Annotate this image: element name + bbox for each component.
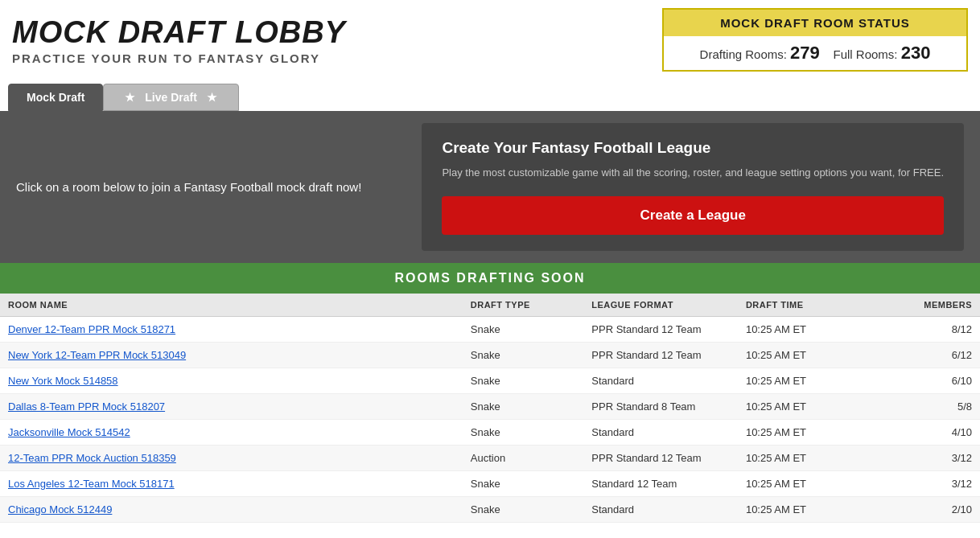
full-rooms-count: 230 [901,43,931,63]
table-row: New York Mock 514858 Snake Standard 10:2… [0,368,980,393]
league-format-cell: Standard [583,419,738,445]
draft-time-cell: 10:25 AM ET [738,368,892,393]
right-panel-description: Play the most customizable game with all… [442,165,944,182]
room-name-cell: Dallas 8-Team PPR Mock 518207 [0,393,463,419]
draft-type-cell: Snake [463,393,584,419]
col-header-members: MEMBERS [892,294,981,317]
table-row: Dallas 8-Team PPR Mock 518207 Snake PPR … [0,393,980,419]
join-room-text: Click on a room below to join a Fantasy … [16,180,361,194]
room-name-cell: Chicago Mock 512449 [0,496,463,522]
full-rooms-label: Full Rooms: [834,47,898,61]
status-title: MOCK DRAFT ROOM STATUS [664,10,966,36]
draft-type-cell: Snake [463,470,584,496]
col-header-room-name: ROOM NAME [0,294,463,317]
league-format-cell: PPR Standard 12 Team [583,445,738,470]
tab-live-draft-star-right: ★ [207,91,217,104]
room-name-cell: New York 12-Team PPR Mock 513049 [0,342,463,368]
room-name-cell: Los Angeles 12-Team Mock 518171 [0,470,463,496]
tab-live-draft[interactable]: ★ Live Draft ★ [103,84,238,111]
members-cell: 2/10 [892,496,981,522]
table-header-row: ROOM NAME DRAFT TYPE LEAGUE FORMAT DRAFT… [0,294,980,317]
tab-mock-draft-label: Mock Draft [27,91,84,104]
members-cell: 4/10 [892,419,981,445]
room-name-cell: Jacksonville Mock 514542 [0,419,463,445]
col-header-draft-type: DRAFT TYPE [463,294,584,317]
members-cell: 5/8 [892,393,981,419]
tab-bar: Mock Draft ★ Live Draft ★ [0,84,980,111]
rooms-table: ROOM NAME DRAFT TYPE LEAGUE FORMAT DRAFT… [0,294,980,523]
members-cell: 6/10 [892,368,981,393]
room-name-link[interactable]: New York Mock 514858 [8,375,118,387]
col-header-league-format: LEAGUE FORMAT [583,294,738,317]
right-panel-title: Create Your Fantasy Football League [442,139,944,157]
room-name-link[interactable]: 12-Team PPR Mock Auction 518359 [8,452,176,464]
league-format-cell: Standard 12 Team [583,470,738,496]
table-row: 12-Team PPR Mock Auction 518359 Auction … [0,445,980,470]
draft-type-cell: Auction [463,445,584,470]
rooms-table-section: ROOMS DRAFTING SOON ROOM NAME DRAFT TYPE… [0,263,980,523]
table-row: Jacksonville Mock 514542 Snake Standard … [0,419,980,445]
draft-type-cell: Snake [463,419,584,445]
league-format-cell: PPR Standard 8 Team [583,393,738,419]
tab-live-draft-label: Live Draft [145,91,197,104]
tab-mock-draft[interactable]: Mock Draft [8,84,103,111]
site-title-block: MOCK DRAFT LOBBY PRACTICE YOUR RUN TO FA… [12,15,346,65]
draft-type-cell: Snake [463,368,584,393]
draft-time-cell: 10:25 AM ET [738,342,892,368]
draft-time-cell: 10:25 AM ET [738,419,892,445]
draft-type-cell: Snake [463,316,584,342]
tab-live-draft-star-left: ★ [125,91,135,104]
draft-time-cell: 10:25 AM ET [738,316,892,342]
table-row: New York 12-Team PPR Mock 513049 Snake P… [0,342,980,368]
room-name-link[interactable]: Jacksonville Mock 514542 [8,426,130,438]
col-header-draft-time: DRAFT TIME [738,294,892,317]
league-format-cell: Standard [583,496,738,522]
room-name-link[interactable]: Los Angeles 12-Team Mock 518171 [8,478,175,490]
members-cell: 3/12 [892,445,981,470]
league-format-cell: PPR Standard 12 Team [583,316,738,342]
drafting-rooms-label: Drafting Rooms: [700,47,787,61]
league-format-cell: PPR Standard 12 Team [583,342,738,368]
members-cell: 3/12 [892,470,981,496]
room-name-cell: Denver 12-Team PPR Mock 518271 [0,316,463,342]
draft-type-cell: Snake [463,496,584,522]
section-title: ROOMS DRAFTING SOON [0,263,980,294]
draft-type-cell: Snake [463,342,584,368]
left-panel: Click on a room below to join a Fantasy … [16,123,406,251]
draft-time-cell: 10:25 AM ET [738,445,892,470]
status-box: MOCK DRAFT ROOM STATUS Drafting Rooms: 2… [662,8,968,72]
room-name-cell: 12-Team PPR Mock Auction 518359 [0,445,463,470]
room-name-link[interactable]: Denver 12-Team PPR Mock 518271 [8,323,175,335]
right-panel: Create Your Fantasy Football League Play… [422,123,964,251]
create-league-button[interactable]: Create a League [442,196,944,235]
status-body: Drafting Rooms: 279 Full Rooms: 230 [664,36,966,70]
room-name-link[interactable]: Chicago Mock 512449 [8,503,112,515]
room-name-link[interactable]: Dallas 8-Team PPR Mock 518207 [8,400,165,413]
table-row: Denver 12-Team PPR Mock 518271 Snake PPR… [0,316,980,342]
room-name-link[interactable]: New York 12-Team PPR Mock 513049 [8,349,186,361]
members-cell: 6/12 [892,342,981,368]
draft-time-cell: 10:25 AM ET [738,496,892,522]
table-row: Los Angeles 12-Team Mock 518171 Snake St… [0,470,980,496]
table-row: Chicago Mock 512449 Snake Standard 10:25… [0,496,980,522]
draft-time-cell: 10:25 AM ET [738,470,892,496]
main-title: MOCK DRAFT LOBBY [12,15,346,50]
rooms-table-body: Denver 12-Team PPR Mock 518271 Snake PPR… [0,316,980,522]
members-cell: 8/12 [892,316,981,342]
main-content-area: Click on a room below to join a Fantasy … [0,111,980,263]
room-name-cell: New York Mock 514858 [0,368,463,393]
main-subtitle: PRACTICE YOUR RUN TO FANTASY GLORY [12,51,346,65]
league-format-cell: Standard [583,368,738,393]
draft-time-cell: 10:25 AM ET [738,393,892,419]
page-header: MOCK DRAFT LOBBY PRACTICE YOUR RUN TO FA… [0,0,980,80]
drafting-rooms-count: 279 [790,43,820,63]
